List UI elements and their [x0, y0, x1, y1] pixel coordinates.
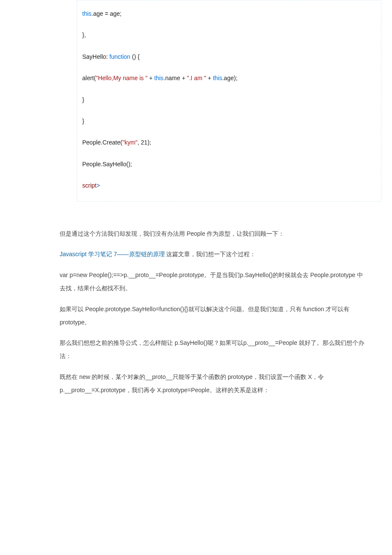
code-token: this: [82, 10, 92, 17]
code-line: alert("Hello,My name is " + this.name + …: [82, 73, 376, 83]
code-line: }: [82, 95, 376, 104]
code-token: }: [82, 118, 84, 124]
code-token: },: [82, 32, 86, 38]
code-token: +: [147, 75, 154, 81]
code-line: People.Create("kym", 21);: [82, 138, 376, 147]
article-body: 但是通过这个方法我们却发现，我们没有办法用 People 作为原型，让我们回顾一…: [60, 227, 369, 397]
code-token: , 21);: [138, 139, 151, 146]
paragraph-text: 这篇文章，我们想一下这个过程：: [165, 251, 256, 257]
paragraph: Javascript 学习笔记 7——原型链的原理 这篇文章，我们想一下这个过程…: [60, 248, 369, 261]
code-token: >: [96, 182, 100, 189]
code-token: this: [213, 75, 222, 81]
code-token: ".I am ": [187, 75, 206, 81]
paragraph: var p=new People();==>p.__proto__=People…: [60, 269, 369, 295]
code-line: },: [82, 30, 376, 40]
code-token: People.Create(: [82, 139, 122, 146]
code-token: .age = age;: [92, 10, 121, 17]
code-token: "kym": [122, 139, 138, 146]
paragraph: 如果可以 People.prototype.SayHello=function(…: [60, 303, 369, 329]
paragraph: 既然在 new 的时候，某个对象的__proto__只能等于某个函数的 prot…: [60, 370, 369, 397]
code-token: "Hello,My name is ": [96, 75, 147, 81]
code-token: this: [154, 75, 164, 81]
article-link[interactable]: Javascript 学习笔记 7——原型链的原理: [60, 251, 165, 257]
code-line: this.age = age;: [82, 9, 376, 18]
code-token: +: [206, 75, 213, 81]
document-page: this.age = age;},SayHello: function () {…: [0, 0, 392, 425]
code-token: }: [82, 96, 84, 103]
code-block: this.age = age;},SayHello: function () {…: [77, 0, 381, 202]
paragraph: 但是通过这个方法我们却发现，我们没有办法用 People 作为原型，让我们回顾一…: [60, 227, 369, 240]
code-token: alert(: [82, 75, 96, 81]
code-token: SayHello:: [82, 53, 110, 60]
code-token: () {: [130, 53, 140, 60]
code-token: script: [82, 182, 96, 189]
code-token: .age);: [222, 75, 237, 81]
code-token: People.SayHello();: [82, 161, 132, 168]
code-line: SayHello: function () {: [82, 52, 376, 61]
code-line: }: [82, 116, 376, 126]
code-line: script>: [82, 181, 376, 190]
paragraph: 那么我们想想之前的推导公式，怎么样能让 p.SayHello()呢？如果可以p.…: [60, 336, 369, 363]
code-line: People.SayHello();: [82, 159, 376, 169]
code-token: .name +: [164, 75, 187, 81]
code-token: function: [110, 53, 130, 60]
